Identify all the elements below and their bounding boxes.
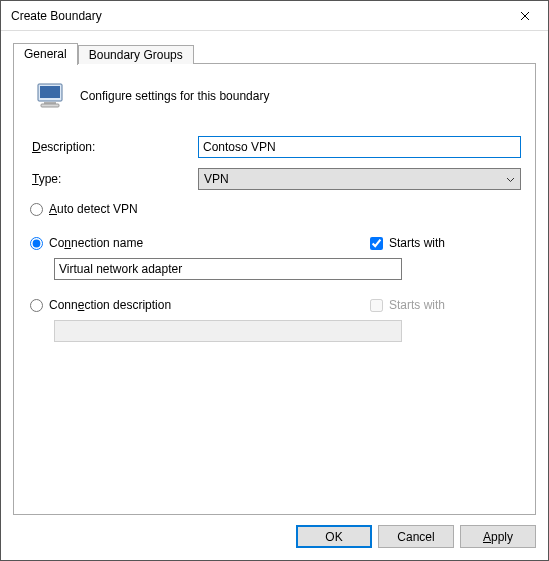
starts-with-name-checkbox[interactable] <box>370 237 383 250</box>
close-button[interactable] <box>502 1 548 31</box>
connection-name-row: Connection name Starts with <box>30 236 521 250</box>
auto-detect-row: Auto detect VPN <box>30 202 521 216</box>
dialog-buttons: OK Cancel Apply <box>1 515 548 560</box>
dialog-window: Create Boundary General Boundary Groups <box>0 0 549 561</box>
type-row: Type: VPN <box>28 168 521 190</box>
computer-icon <box>34 80 66 112</box>
connection-description-input <box>54 320 402 342</box>
chevron-down-icon <box>506 174 515 185</box>
connection-name-input[interactable] <box>54 258 402 280</box>
starts-with-desc-row: Starts with <box>370 298 445 312</box>
connection-name-label: Connection name <box>49 236 143 250</box>
starts-with-desc-label: Starts with <box>389 298 445 312</box>
tab-general[interactable]: General <box>13 43 78 65</box>
type-select[interactable]: VPN <box>198 168 521 190</box>
svg-rect-3 <box>41 104 59 107</box>
intro-row: Configure settings for this boundary <box>34 80 521 112</box>
tabstrip: General Boundary Groups <box>13 43 536 64</box>
description-input[interactable] <box>198 136 521 158</box>
window-title: Create Boundary <box>11 9 102 23</box>
close-icon <box>520 11 530 21</box>
svg-rect-1 <box>40 86 60 98</box>
starts-with-desc-checkbox <box>370 299 383 312</box>
cancel-button[interactable]: Cancel <box>378 525 454 548</box>
type-value: VPN <box>204 172 229 186</box>
ok-button[interactable]: OK <box>296 525 372 548</box>
content-area: General Boundary Groups Configure settin… <box>1 31 548 515</box>
tab-panel-general: Configure settings for this boundary Des… <box>13 63 536 515</box>
type-label: Type: <box>28 172 198 186</box>
tab-boundary-groups[interactable]: Boundary Groups <box>78 45 194 64</box>
connection-description-input-wrap <box>54 320 402 342</box>
intro-text: Configure settings for this boundary <box>80 89 269 103</box>
starts-with-name-label: Starts with <box>389 236 445 250</box>
connection-description-row: Connection description Starts with <box>30 298 521 312</box>
description-row: Description: <box>28 136 521 158</box>
connection-name-input-wrap <box>54 258 402 280</box>
auto-detect-label: Auto detect VPN <box>49 202 138 216</box>
connection-name-radio[interactable] <box>30 237 43 250</box>
apply-button[interactable]: Apply <box>460 525 536 548</box>
vpn-options: Auto detect VPN Connection name Starts w… <box>30 202 521 342</box>
description-label: Description: <box>28 140 198 154</box>
connection-description-label: Connection description <box>49 298 171 312</box>
connection-description-radio[interactable] <box>30 299 43 312</box>
titlebar: Create Boundary <box>1 1 548 31</box>
starts-with-name-row: Starts with <box>370 236 445 250</box>
auto-detect-radio[interactable] <box>30 203 43 216</box>
